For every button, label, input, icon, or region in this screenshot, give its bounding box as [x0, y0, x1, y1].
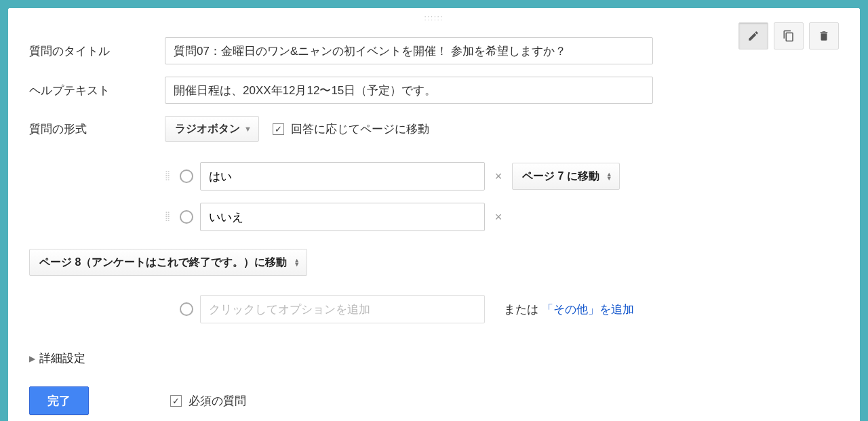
add-option-input[interactable]: クリックしてオプションを追加: [200, 295, 485, 323]
done-button[interactable]: 完了: [29, 386, 89, 415]
drag-handle-icon[interactable]: ⠿⠿: [165, 172, 173, 180]
question-editor-panel: :::::: 質問のタイトル ヘルプテキスト 質問の形式 ラジオボタン ▼: [8, 8, 860, 421]
goto-wide-value: ページ 8（アンケートはこれで終了です。）に移動: [39, 256, 287, 270]
help-label: ヘルプテキスト: [29, 83, 165, 98]
advanced-label: 詳細設定: [39, 350, 85, 366]
branch-label: 回答に応じてページに移動: [291, 121, 429, 137]
type-label: 質問の形式: [29, 121, 165, 137]
goto-page-select-wide[interactable]: ページ 8（アンケートはこれで終了です。）に移動 ▲▼: [29, 249, 307, 276]
option-input[interactable]: [200, 162, 485, 191]
goto-page-value: ページ 7 に移動: [522, 169, 599, 184]
question-type-select[interactable]: ラジオボタン ▼: [165, 116, 259, 142]
add-option-row: クリックしてオプションを追加 または 「その他」を追加: [180, 295, 839, 323]
radio-icon: [180, 210, 193, 224]
triangle-right-icon: ▶: [29, 354, 35, 363]
required-checkbox[interactable]: ✓: [170, 395, 182, 407]
radio-icon: [180, 169, 193, 183]
goto-page-select[interactable]: ページ 7 に移動 ▲▼: [512, 163, 620, 190]
footer-row: 完了 ✓ 必須の質問: [29, 386, 839, 415]
copy-icon: [783, 30, 795, 42]
branch-checkbox-wrap[interactable]: ✓ 回答に応じてページに移動: [273, 121, 429, 137]
panel-drag-handle[interactable]: ::::::: [425, 14, 444, 22]
option-row: ⠿⠿ × ページ 7 に移動 ▲▼: [165, 162, 839, 191]
question-type-value: ラジオボタン: [175, 122, 240, 136]
pencil-icon: [747, 30, 760, 42]
required-label: 必須の質問: [189, 393, 246, 409]
duplicate-button[interactable]: [774, 22, 804, 49]
add-option-placeholder: クリックしてオプションを追加: [209, 302, 370, 317]
sort-icon: ▲▼: [294, 258, 300, 266]
option-input[interactable]: [200, 203, 485, 231]
radio-icon: [180, 302, 193, 316]
required-checkbox-wrap[interactable]: ✓ 必須の質問: [170, 393, 246, 409]
branch-checkbox[interactable]: ✓: [273, 123, 284, 135]
advanced-settings-toggle[interactable]: ▶ 詳細設定: [29, 350, 839, 366]
sort-icon: ▲▼: [606, 172, 612, 180]
title-label: 質問のタイトル: [29, 43, 165, 59]
edit-button[interactable]: [738, 22, 768, 49]
chevron-down-icon: ▼: [244, 125, 252, 133]
drag-handle-icon[interactable]: ⠿⠿: [165, 213, 173, 221]
option-row: ⠿⠿ ×: [165, 203, 839, 231]
toolbar: [738, 22, 839, 49]
or-text: または 「その他」を追加: [504, 302, 634, 317]
options-area: ⠿⠿ × ページ 7 に移動 ▲▼ ⠿⠿ ×: [165, 162, 839, 231]
remove-option-icon[interactable]: ×: [492, 210, 505, 224]
help-text-input[interactable]: [165, 77, 653, 104]
add-other-link[interactable]: 「その他」を追加: [542, 303, 634, 316]
delete-button[interactable]: [809, 22, 839, 49]
remove-option-icon[interactable]: ×: [492, 169, 505, 184]
question-title-input[interactable]: [165, 37, 653, 64]
trash-icon: [818, 30, 830, 42]
